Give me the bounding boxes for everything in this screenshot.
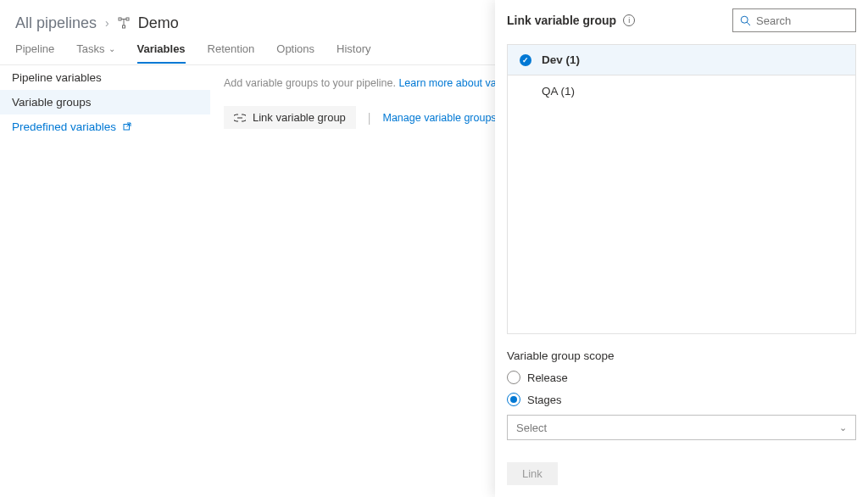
stages-select-placeholder: Select bbox=[516, 422, 547, 434]
svg-line-8 bbox=[747, 22, 750, 25]
tab-tasks[interactable]: Tasks ⌄ bbox=[76, 42, 114, 62]
radio-stages-label: Stages bbox=[527, 394, 561, 406]
radio-icon bbox=[507, 393, 520, 406]
check-placeholder bbox=[520, 85, 531, 97]
description-prefix: Add variable groups to your pipeline. bbox=[224, 77, 398, 89]
stages-select[interactable]: Select ⌄ bbox=[507, 415, 856, 440]
svg-point-7 bbox=[741, 16, 748, 23]
chevron-down-icon: ⌄ bbox=[108, 44, 115, 53]
breadcrumb-root[interactable]: All pipelines bbox=[15, 14, 97, 32]
chevron-down-icon: ⌄ bbox=[839, 422, 847, 433]
tab-options[interactable]: Options bbox=[276, 42, 314, 62]
tab-variables[interactable]: Variables bbox=[137, 42, 186, 64]
radio-release[interactable]: Release bbox=[507, 371, 856, 384]
link-variable-group-label: Link variable group bbox=[253, 111, 346, 124]
check-icon: ✓ bbox=[520, 54, 531, 66]
scope-title: Variable group scope bbox=[507, 349, 856, 362]
sidenav-predefined-variables[interactable]: Predefined variables bbox=[0, 114, 210, 139]
link-variable-group-button[interactable]: Link variable group bbox=[224, 106, 356, 129]
panel-title: Link variable group i bbox=[507, 14, 635, 27]
svg-rect-0 bbox=[119, 18, 121, 20]
radio-stages[interactable]: Stages bbox=[507, 393, 856, 406]
group-label: QA (1) bbox=[542, 85, 575, 98]
chevron-right-icon: › bbox=[105, 16, 109, 30]
search-input[interactable] bbox=[756, 14, 849, 27]
divider: | bbox=[368, 111, 371, 125]
svg-rect-2 bbox=[122, 25, 125, 28]
tab-history[interactable]: History bbox=[337, 42, 370, 62]
tab-tasks-label: Tasks bbox=[76, 42, 104, 55]
radio-release-label: Release bbox=[527, 371, 568, 384]
search-icon bbox=[740, 15, 751, 26]
variables-sidenav: Pipeline variables Variable groups Prede… bbox=[0, 64, 210, 497]
panel-title-text: Link variable group bbox=[507, 14, 616, 27]
radio-icon bbox=[507, 371, 520, 384]
sidenav-predefined-variables-label: Predefined variables bbox=[12, 120, 116, 133]
pipeline-icon bbox=[118, 17, 130, 29]
scope-section: Variable group scope Release Stages Sele… bbox=[507, 349, 856, 440]
tab-pipeline[interactable]: Pipeline bbox=[15, 42, 54, 62]
sidenav-pipeline-variables[interactable]: Pipeline variables bbox=[0, 65, 210, 90]
search-box[interactable] bbox=[732, 8, 856, 32]
sidenav-variable-groups[interactable]: Variable groups bbox=[0, 90, 210, 114]
link-submit-button[interactable]: Link bbox=[507, 462, 558, 485]
variable-group-list: ✓ Dev (1) QA (1) bbox=[507, 44, 856, 334]
manage-variable-groups-label: Manage variable groups bbox=[383, 112, 497, 124]
tab-retention[interactable]: Retention bbox=[208, 42, 255, 62]
svg-rect-1 bbox=[126, 18, 129, 20]
external-link-icon bbox=[123, 122, 131, 132]
info-icon[interactable]: i bbox=[623, 14, 635, 26]
group-row-qa[interactable]: QA (1) bbox=[508, 75, 855, 106]
group-label: Dev (1) bbox=[542, 53, 580, 66]
link-variable-group-panel: Link variable group i ✓ Dev (1) QA (1) V… bbox=[495, 0, 868, 497]
pipeline-title: Demo bbox=[138, 14, 179, 32]
link-icon bbox=[234, 114, 246, 122]
manage-variable-groups-link[interactable]: Manage variable groups bbox=[383, 112, 509, 124]
group-row-dev[interactable]: ✓ Dev (1) bbox=[508, 45, 855, 75]
